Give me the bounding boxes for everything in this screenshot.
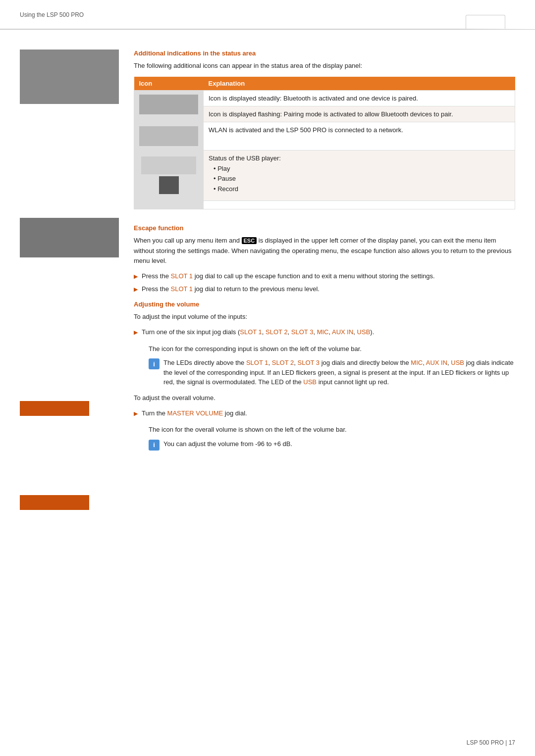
- escape-bullet-list: ▶ Press the SLOT 1 jog dial to call up t…: [134, 271, 515, 294]
- overall-volume-sub: The icon for the overall volume is shown…: [149, 425, 515, 435]
- volume-sub-text-1: The icon for the corresponding input is …: [149, 344, 515, 354]
- info-icon-2: i: [149, 440, 160, 451]
- slot1-link-1: SLOT 1: [171, 272, 193, 280]
- table-explanation-1: Icon is displayed steadily: Bluetooth is…: [204, 90, 515, 106]
- section-heading-escape: Escape function: [134, 224, 515, 232]
- slot1-info: SLOT 1: [246, 359, 268, 366]
- volume-bullet-list: ▶ Turn one of the six input jog dials (S…: [134, 327, 515, 337]
- auxin-link: AUX IN: [332, 328, 353, 336]
- slot1-link: SLOT 1: [240, 328, 262, 336]
- overall-volume-intro: To adjust the overall volume.: [134, 393, 515, 403]
- tab-corner: [466, 15, 505, 29]
- table-row: Status of the USB player: Play Pause Rec…: [134, 150, 515, 201]
- table-icon-cell-1: [134, 90, 204, 122]
- bullet-text-1: Press the SLOT 1 jog dial to call up the…: [142, 271, 435, 281]
- list-item: ▶ Press the SLOT 1 jog dial to call up t…: [134, 271, 515, 281]
- table-header-explanation: Explanation: [204, 77, 515, 91]
- info-icon-1: i: [149, 358, 160, 369]
- usb-info-2: USB: [303, 378, 317, 386]
- slot2-link: SLOT 2: [266, 328, 288, 336]
- info-box-2: i You can adjust the volume from -96 to …: [149, 439, 515, 451]
- slot3-link: SLOT 3: [291, 328, 314, 336]
- mic-link: MIC: [317, 328, 329, 336]
- slot3-info: SLOT 3: [298, 359, 320, 366]
- esc-badge: ESC: [242, 237, 257, 244]
- table-explanation-5: [204, 201, 515, 209]
- escape-body-text: When you call up any menu item and ESC i…: [134, 236, 515, 266]
- table-row: WLAN is activated and the LSP 500 PRO is…: [134, 122, 515, 150]
- header-line: [0, 29, 535, 30]
- arrow-icon: ▶: [134, 409, 138, 418]
- device-image-4: [20, 495, 89, 510]
- section-heading-status: Additional indications in the status are…: [134, 50, 515, 57]
- table-header-icon: Icon: [134, 77, 204, 91]
- overall-volume-bullet-list: ▶ Turn the MASTER VOLUME jog dial.: [134, 408, 515, 418]
- device-image-1: [20, 50, 119, 104]
- list-item: ▶ Turn the MASTER VOLUME jog dial.: [134, 408, 515, 418]
- overall-bullet-text: Turn the MASTER VOLUME jog dial.: [142, 408, 247, 418]
- arrow-icon: ▶: [134, 272, 138, 281]
- auxin-info: AUX IN: [426, 359, 447, 366]
- footer-text: LSP 500 PRO | 17: [467, 739, 515, 746]
- list-item: ▶ Turn one of the six input jog dials (S…: [134, 327, 515, 337]
- slot1-link-2: SLOT 1: [171, 285, 193, 293]
- volume-bullet-text-1: Turn one of the six input jog dials (SLO…: [142, 327, 374, 337]
- list-item: Pause: [214, 174, 510, 184]
- header: Using the LSP 500 PRO: [0, 0, 535, 30]
- info-text-1: The LEDs directly above the SLOT 1, SLOT…: [163, 358, 515, 387]
- table-explanation-4: Status of the USB player: Play Pause Rec…: [204, 150, 515, 201]
- device-image-2: [20, 218, 119, 257]
- page-footer: LSP 500 PRO | 17: [467, 739, 515, 746]
- main-content: Additional indications in the status are…: [0, 35, 535, 540]
- device-image-3: [20, 401, 89, 416]
- list-item: ▶ Press the SLOT 1 jog dial to return to…: [134, 284, 515, 294]
- list-item: Record: [214, 184, 510, 195]
- status-intro-text: The following additional icons can appea…: [134, 61, 515, 71]
- table-row: Icon is displayed steadily: Bluetooth is…: [134, 90, 515, 106]
- bullet-text-2: Press the SLOT 1 jog dial to return to t…: [142, 284, 320, 294]
- arrow-icon: ▶: [134, 285, 138, 294]
- right-column: Additional indications in the status are…: [134, 50, 515, 510]
- status-icons-table: Icon Explanation Icon is displayed stead…: [134, 77, 515, 209]
- usb-info: USB: [451, 359, 464, 366]
- list-item: Play: [214, 164, 510, 174]
- left-images: [20, 50, 119, 510]
- info-box-1: i The LEDs directly above the SLOT 1, SL…: [149, 358, 515, 387]
- slot2-info: SLOT 2: [272, 359, 294, 366]
- mic-info: MIC: [411, 359, 423, 366]
- table-explanation-3: WLAN is activated and the LSP 500 PRO is…: [204, 122, 515, 150]
- volume-intro: To adjust the input volume of the inputs…: [134, 312, 515, 322]
- breadcrumb: Using the LSP 500 PRO: [20, 11, 84, 18]
- usb-status-list: Play Pause Record: [214, 164, 510, 195]
- table-icon-cell-2: [134, 122, 204, 150]
- info-text-2: You can adjust the volume from -96 to +6…: [163, 439, 292, 449]
- master-volume-link: MASTER VOLUME: [167, 409, 223, 417]
- table-icon-cell-3: [134, 150, 204, 209]
- usb-link: USB: [357, 328, 371, 336]
- table-explanation-2: Icon is displayed flashing: Pairing mode…: [204, 106, 515, 122]
- arrow-icon: ▶: [134, 328, 138, 337]
- section-heading-volume: Adjusting the volume: [134, 301, 515, 308]
